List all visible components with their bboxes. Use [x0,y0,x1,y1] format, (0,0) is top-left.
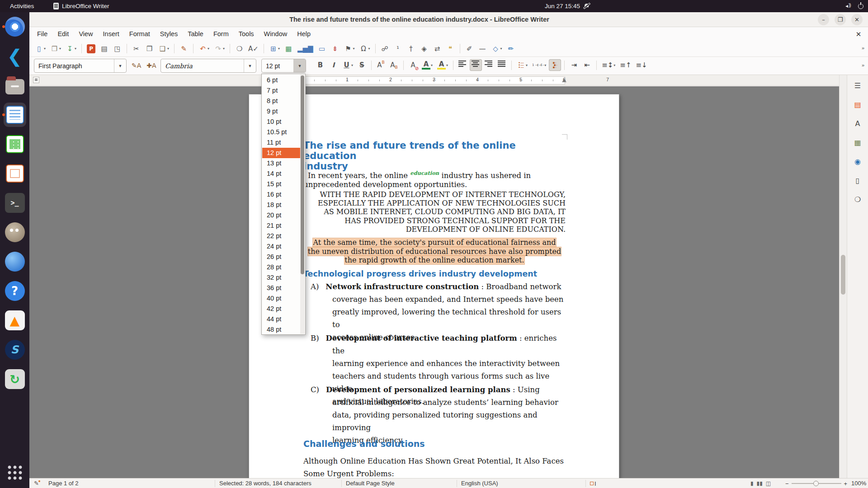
paragraph-closing[interactable]: Although Online Education Has Shown Grea… [303,455,566,478]
insert-hyperlink-button[interactable]: ☍ [379,43,391,55]
minimize-button[interactable]: – [818,14,829,25]
copy-button[interactable]: ❐ [143,43,156,55]
dock-item-terminal[interactable]: >_ [2,192,28,214]
insert-special-character-dropdown-arrow-icon[interactable]: ▾ [368,47,370,51]
font-size-option-16-pt[interactable]: 16 pt [262,189,300,200]
bold-button[interactable]: B [314,59,326,71]
align-justified-button[interactable] [496,59,508,71]
font-size-option-22-pt[interactable]: 22 pt [262,231,300,241]
word-count-indicator[interactable]: Selected: 28 words, 184 characters [219,479,311,488]
insert-mode-indicator[interactable]: I [590,479,596,488]
menu-styles[interactable]: Styles [155,28,183,39]
font-size-option-48-pt[interactable]: 48 pt [262,324,300,335]
font-size-option-7-pt[interactable]: 7 pt [262,85,300,96]
italic-button[interactable]: I [327,59,340,71]
toolbar-overflow-icon[interactable]: » [862,62,864,68]
menu-insert[interactable]: Insert [98,28,124,39]
font-size-option-26-pt[interactable]: 26 pt [262,252,300,262]
show-draw-functions-button[interactable]: ✏ [505,43,517,55]
zoom-slider-track[interactable] [792,483,841,484]
highlight-color-button[interactable]: A▾ [435,59,450,71]
unordered-list-dropdown-arrow-icon[interactable]: ▾ [526,63,528,67]
menu-table[interactable]: Table [183,28,208,39]
menu-format[interactable]: Format [124,28,155,39]
vertical-scrollbar[interactable] [839,75,847,478]
font-size-option-6-pt[interactable]: 6 pt [262,75,300,85]
font-size-option-36-pt[interactable]: 36 pt [262,283,300,293]
insert-special-character-button[interactable]: Ω▾ [358,43,372,55]
document-heading-challenges[interactable]: Challenges and solutions [303,439,566,449]
font-size-option-18-pt[interactable]: 18 pt [262,200,300,210]
font-color-button[interactable]: A▾ [420,59,434,71]
spelling-button[interactable]: A✓ [246,43,260,55]
align-right-button[interactable] [483,59,495,71]
paste-button[interactable]: ❑▾ [156,43,171,55]
track-changes-button[interactable]: ✐ [463,43,476,55]
paragraph-uppercase[interactable]: WITH THE RAPID DEVELOPMENT OF INTERNET T… [303,190,566,234]
new-document-button[interactable]: ▯▾ [33,43,47,55]
underline-dropdown-arrow-icon[interactable]: ▾ [351,63,353,67]
insert-comment-button[interactable]: ❝ [444,43,457,55]
font-size-option-10-pt[interactable]: 10 pt [262,117,300,127]
dock-item-gimp[interactable] [2,221,28,243]
font-size-combo[interactable]: 12 pt ▼ [261,59,306,73]
paragraph-selected[interactable]: At the same time, the society's pursuit … [299,238,570,265]
dock-item-help[interactable]: ? [2,280,28,302]
font-size-option-8-pt[interactable]: 8 pt [262,96,300,106]
new-document-dropdown-arrow-icon[interactable]: ▾ [44,47,46,51]
document-modified-icon[interactable]: ✎ [34,479,39,488]
font-size-option-12-pt[interactable]: 12 pt [262,148,300,158]
insert-text-box-button[interactable]: ▭ [316,43,328,55]
basic-shapes-dropdown-arrow-icon[interactable]: ▾ [500,47,502,51]
single-page-view-button[interactable]: ▮ [750,479,754,488]
insert-horizontal-line-button[interactable]: — [476,43,489,55]
sidebar-tab-style-inspector[interactable]: ❍ [851,192,864,206]
menu-help[interactable]: Help [292,28,316,39]
menu-edit[interactable]: Edit [52,28,74,39]
font-size-option-28-pt[interactable]: 28 pt [262,262,300,272]
open-button[interactable]: ❒▾ [48,43,63,55]
strikethrough-button[interactable]: S [356,59,368,71]
dock-item-swirl-app[interactable]: S [2,339,28,361]
dock-item-chromium[interactable] [2,16,28,38]
document-heading-title[interactable]: The rise and future trends of the online… [303,141,568,172]
selected-text[interactable]: At the same time, the society's pursuit … [308,238,561,264]
insert-footnote-button[interactable]: ¹ [392,43,404,55]
document-heading-technological-progress[interactable]: Technological progress drives industry d… [303,269,566,278]
zoom-level[interactable]: 100% [851,479,866,488]
font-size-option-40-pt[interactable]: 40 pt [262,293,300,304]
font-size-option-15-pt[interactable]: 15 pt [262,179,300,189]
dropdown-scrollbar[interactable] [300,75,305,334]
system-status-menu[interactable] [845,0,863,12]
line-spacing-dropdown-arrow-icon[interactable]: ▾ [613,63,615,67]
paragraph-intro[interactable]: In recent years, the online education in… [303,169,566,189]
update-style-button[interactable]: ✎A [130,60,143,71]
annotation-education[interactable]: education [410,170,439,176]
dock-item-software[interactable]: ↻ [2,368,28,390]
list-item-c[interactable]: C)Development of personalized learning p… [311,384,564,447]
font-size-option-11-pt[interactable]: 11 pt [262,137,300,148]
font-size-option-20-pt[interactable]: 20 pt [262,210,300,221]
insert-endnote-button[interactable]: † [405,43,417,55]
sidebar-tab-gallery[interactable]: ▦ [851,136,864,149]
font-size-option-24-pt[interactable]: 24 pt [262,241,300,252]
book-view-button[interactable]: ◫ [766,479,771,488]
insert-cross-reference-button[interactable]: ⇄ [431,43,443,55]
insert-image-button[interactable]: ▦ [283,43,295,55]
ordered-list-button[interactable]: ▾ [530,59,548,71]
font-size-dropdown-arrow-icon[interactable]: ▼ [293,59,306,72]
paste-dropdown-arrow-icon[interactable]: ▾ [167,47,169,51]
restore-button[interactable]: ❐ [835,14,846,25]
decrease-indent-button[interactable]: ⇤ [581,59,593,71]
superscript-button[interactable]: A [375,59,387,71]
print-button[interactable]: ▤ [98,43,110,55]
dock-item-app-grid[interactable] [2,462,28,483]
sidebar-tab-properties[interactable]: ▤ [851,98,864,111]
export-pdf-button[interactable]: P [85,43,97,55]
increase-paragraph-spacing-button[interactable]: ≡↑ [618,59,633,71]
menu-view[interactable]: View [74,28,98,39]
underline-button[interactable]: U▾ [340,59,355,71]
zoom-out-icon[interactable]: − [785,479,789,488]
sidebar-tab-sidebar-settings[interactable]: ☰ [851,79,864,92]
horizontal-ruler[interactable]: 1234567 [29,75,839,86]
